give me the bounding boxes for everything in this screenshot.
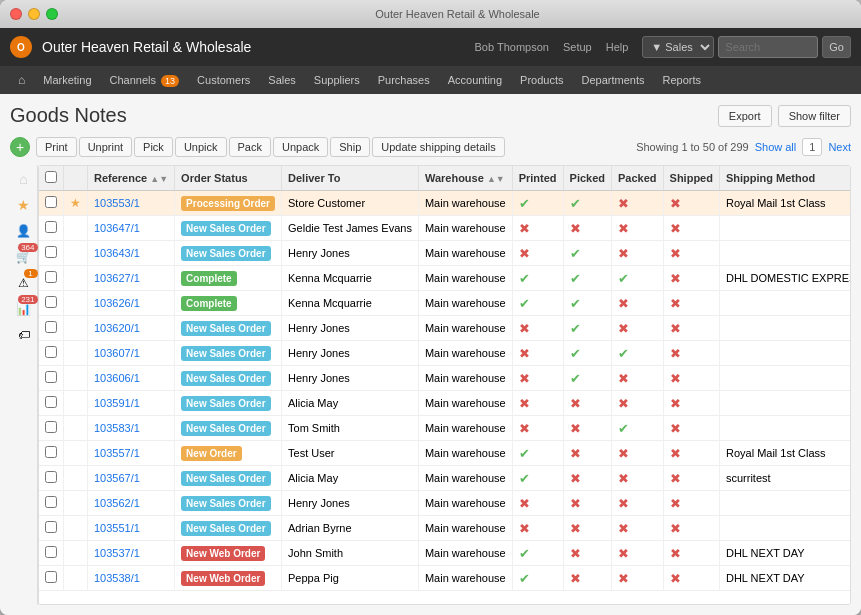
row-printed: ✖ [512,366,563,391]
row-checkbox[interactable] [45,546,57,558]
reference-link[interactable]: 103607/1 [94,347,140,359]
unprint-button[interactable]: Unprint [79,137,132,157]
next-button[interactable]: Next [828,141,851,153]
reference-link[interactable]: 103567/1 [94,472,140,484]
ship-button[interactable]: Ship [330,137,370,157]
show-filter-button[interactable]: Show filter [778,105,851,127]
row-checkbox[interactable] [45,296,57,308]
export-button[interactable]: Export [718,105,772,127]
menu-departments[interactable]: Departments [574,70,653,90]
unpick-button[interactable]: Unpick [175,137,227,157]
reference-link[interactable]: 103551/1 [94,522,140,534]
reference-link[interactable]: 103606/1 [94,372,140,384]
reference-link[interactable]: 103626/1 [94,297,140,309]
minimize-button[interactable] [28,8,40,20]
row-packed: ✖ [612,466,664,491]
channels-badge: 13 [161,75,179,87]
alert-sidebar-icon[interactable]: ⚠ 1 [14,273,34,293]
header-warehouse[interactable]: Warehouse ▲▼ [418,166,512,191]
row-checkbox[interactable] [45,571,57,583]
tag-sidebar-icon[interactable]: 🏷 [14,325,34,345]
menu-accounting[interactable]: Accounting [440,70,510,90]
menu-marketing[interactable]: Marketing [35,70,99,90]
cart-sidebar-icon[interactable]: 🛒 364 [14,247,34,267]
nav-help[interactable]: Help [606,41,629,53]
pick-button[interactable]: Pick [134,137,173,157]
header-picked[interactable]: Picked [563,166,611,191]
reference-link[interactable]: 103557/1 [94,447,140,459]
reference-link[interactable]: 103643/1 [94,247,140,259]
row-checkbox-cell [39,341,64,366]
nav-setup[interactable]: Setup [563,41,592,53]
row-checkbox[interactable] [45,346,57,358]
row-reference: 103626/1 [88,291,175,316]
home-menu-item[interactable]: ⌂ [10,69,33,91]
cross-icon: ✖ [519,321,530,336]
row-checkbox[interactable] [45,421,57,433]
row-checkbox[interactable] [45,446,57,458]
row-checkbox[interactable] [45,221,57,233]
star-sidebar-icon[interactable]: ★ [14,195,34,215]
star-icon[interactable]: ★ [70,196,81,210]
header-deliver-to[interactable]: Deliver To [282,166,419,191]
row-warehouse: Main warehouse [418,466,512,491]
header-order-status[interactable]: Order Status [175,166,282,191]
cross-icon: ✖ [618,221,629,236]
show-all-link[interactable]: Show all [755,141,797,153]
row-reference: 103553/1 [88,191,175,216]
reference-link[interactable]: 103553/1 [94,197,140,209]
row-checkbox[interactable] [45,396,57,408]
cross-icon: ✖ [618,246,629,261]
select-all-checkbox[interactable] [45,171,57,183]
chart-sidebar-icon[interactable]: 📊 231 [14,299,34,319]
menu-sales[interactable]: Sales [260,70,304,90]
menu-customers[interactable]: Customers [189,70,258,90]
row-checkbox[interactable] [45,496,57,508]
menu-purchases[interactable]: Purchases [370,70,438,90]
header-reference[interactable]: Reference ▲▼ [88,166,175,191]
close-button[interactable] [10,8,22,20]
update-shipping-button[interactable]: Update shipping details [372,137,504,157]
row-status: New Order [175,441,282,466]
reference-link[interactable]: 103627/1 [94,272,140,284]
user-sidebar-icon[interactable]: 👤 [14,221,34,241]
page-number[interactable]: 1 [802,138,822,156]
print-button[interactable]: Print [36,137,77,157]
sales-dropdown[interactable]: ▼ Sales [642,36,714,58]
menu-channels[interactable]: Channels 13 [102,70,188,90]
reference-link[interactable]: 103620/1 [94,322,140,334]
reference-link[interactable]: 103538/1 [94,572,140,584]
cross-icon: ✖ [618,471,629,486]
header-packed[interactable]: Packed [612,166,664,191]
home-sidebar-icon[interactable]: ⌂ [14,169,34,189]
header-shipped[interactable]: Shipped [663,166,719,191]
row-checkbox[interactable] [45,196,57,208]
row-checkbox[interactable] [45,471,57,483]
pack-button[interactable]: Pack [229,137,271,157]
reference-link[interactable]: 103591/1 [94,397,140,409]
maximize-button[interactable] [46,8,58,20]
menu-reports[interactable]: Reports [655,70,710,90]
row-warehouse: Main warehouse [418,566,512,591]
search-input[interactable] [718,36,818,58]
reference-link[interactable]: 103647/1 [94,222,140,234]
row-shipping-method [719,491,851,516]
row-checkbox[interactable] [45,321,57,333]
row-checkbox[interactable] [45,246,57,258]
row-checkbox[interactable] [45,271,57,283]
reference-link[interactable]: 103562/1 [94,497,140,509]
row-checkbox[interactable] [45,521,57,533]
header-printed[interactable]: Printed [512,166,563,191]
row-reference: 103607/1 [88,341,175,366]
menu-products[interactable]: Products [512,70,571,90]
reference-link[interactable]: 103583/1 [94,422,140,434]
go-button[interactable]: Go [822,36,851,58]
row-packed: ✖ [612,216,664,241]
add-button[interactable]: + [10,137,30,157]
unpack-button[interactable]: Unpack [273,137,328,157]
header-shipping-method[interactable]: Shipping Method [719,166,851,191]
reference-link[interactable]: 103537/1 [94,547,140,559]
menu-suppliers[interactable]: Suppliers [306,70,368,90]
row-checkbox[interactable] [45,371,57,383]
check-icon: ✔ [519,546,530,561]
